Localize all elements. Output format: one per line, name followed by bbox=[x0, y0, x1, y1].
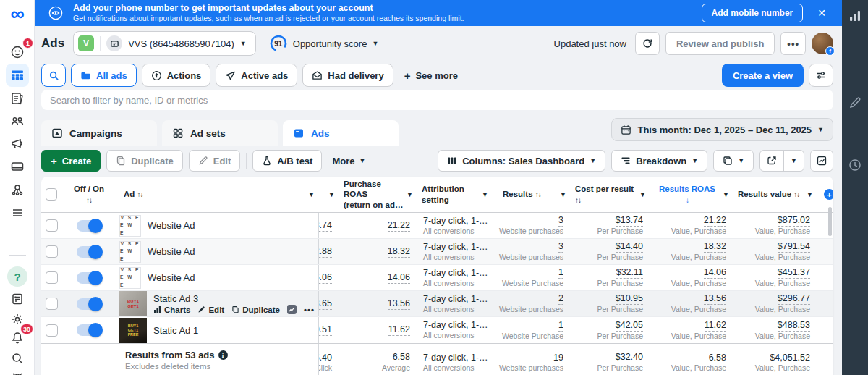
flask-icon bbox=[262, 156, 272, 166]
chevron-down-icon: ▼ bbox=[359, 157, 366, 164]
more-button[interactable]: More ▼ bbox=[328, 156, 370, 167]
charts-panel-button[interactable] bbox=[810, 150, 833, 172]
ad-name-link[interactable]: Static Ad 3 bbox=[153, 293, 315, 304]
date-range-picker[interactable]: This month: Dec 1, 2025 – Dec 11, 2025 ▼ bbox=[611, 118, 833, 141]
select-all-checkbox-cell[interactable] bbox=[41, 177, 61, 212]
chevron-down-icon: ▼ bbox=[240, 40, 247, 47]
updated-status: Updated just now bbox=[554, 38, 626, 49]
tab-ad-sets[interactable]: Ad sets bbox=[162, 120, 278, 146]
row-checkbox[interactable] bbox=[46, 219, 58, 232]
filter-search-button[interactable] bbox=[41, 64, 66, 87]
metric-clipped-total: 5.40 bbox=[319, 353, 332, 363]
row-more-actions[interactable]: ••• bbox=[304, 306, 315, 314]
reports-button[interactable]: ▼ bbox=[713, 150, 754, 172]
create-button[interactable]: + Create bbox=[41, 150, 101, 172]
row-checkbox[interactable] bbox=[46, 298, 58, 310]
ad-toggle[interactable] bbox=[77, 246, 102, 258]
ad-name-link[interactable]: Website Ad bbox=[148, 272, 195, 283]
results-total: 19 bbox=[553, 353, 563, 363]
sort-icon: ↑↓ bbox=[793, 190, 799, 198]
sidebar-item-billing[interactable] bbox=[6, 155, 29, 178]
sidebar-item-campaigns[interactable] bbox=[6, 64, 29, 87]
ad-name-link[interactable]: Static Ad 1 bbox=[153, 325, 198, 336]
column-header-ad[interactable]: Ad ↑↓ ▼ bbox=[116, 177, 319, 212]
column-header-attribution[interactable]: Attributionsetting ▼ bbox=[417, 177, 493, 212]
column-header-off-on[interactable]: Off / On↑↓ bbox=[61, 177, 116, 212]
duplicate-action[interactable]: Duplicate bbox=[231, 306, 280, 314]
view-charts-icon[interactable] bbox=[287, 305, 297, 314]
column-header-cost-per-result[interactable]: Cost per result↑↓ ▼ bbox=[571, 177, 650, 212]
add-mobile-number-button[interactable]: Add mobile number bbox=[702, 4, 804, 22]
ad-thumbnail: BUY1GET1 bbox=[119, 291, 147, 316]
sidebar-item-all-tools[interactable] bbox=[6, 201, 29, 224]
account-selector[interactable]: V VVS (864548685907104) ▼ bbox=[73, 31, 256, 56]
filter-had-delivery[interactable]: Had delivery bbox=[302, 64, 393, 87]
ad-name-link[interactable]: Website Ad bbox=[148, 220, 195, 231]
row-checkbox[interactable] bbox=[46, 324, 58, 337]
columns-button[interactable]: Columns: Sales Dashboard ▼ bbox=[438, 150, 605, 172]
page-title: Ads bbox=[41, 36, 64, 51]
rail-edit-button[interactable] bbox=[848, 96, 862, 110]
rail-history-button[interactable] bbox=[848, 158, 862, 172]
trend-chart-icon bbox=[817, 156, 827, 166]
tab-ads[interactable]: Ads bbox=[283, 120, 399, 146]
ab-test-button[interactable]: A/B test bbox=[252, 150, 322, 172]
column-header-clipped[interactable]: ▼ bbox=[319, 177, 339, 212]
column-header-results-roas[interactable]: Results ROAS↓ ▼ bbox=[650, 177, 733, 212]
sidebar-item-advertising-settings[interactable] bbox=[6, 132, 29, 155]
create-a-view-button[interactable]: Create a view bbox=[722, 64, 804, 87]
chevron-down-icon: ▼ bbox=[372, 40, 378, 47]
filter-actions[interactable]: Actions bbox=[142, 64, 211, 87]
audiences-people-icon bbox=[10, 114, 25, 128]
pencil-icon bbox=[197, 306, 205, 313]
edit-action[interactable]: Edit bbox=[197, 306, 224, 314]
info-icon[interactable]: i bbox=[218, 350, 228, 360]
sidebar-item-report-bug[interactable] bbox=[6, 366, 29, 375]
ad-toggle[interactable] bbox=[77, 324, 102, 336]
refresh-button[interactable] bbox=[635, 32, 660, 55]
meta-logo-icon[interactable]: ∞ bbox=[0, 3, 35, 25]
see-more-button[interactable]: + See more bbox=[399, 69, 464, 82]
review-and-publish-button[interactable]: Review and publish bbox=[665, 32, 775, 55]
table-scrollbar[interactable] bbox=[828, 207, 832, 236]
charts-action[interactable]: Charts bbox=[153, 306, 190, 314]
row-checkbox[interactable] bbox=[46, 271, 58, 284]
ad-thumbnail: V S EE W E bbox=[119, 267, 141, 289]
opportunity-score-label: Opportunity score bbox=[293, 38, 367, 49]
ad-name-link[interactable]: Website Ad bbox=[148, 246, 195, 257]
breakdown-button[interactable]: Breakdown ▼ bbox=[611, 150, 707, 172]
filter-all-ads[interactable]: All ads bbox=[71, 64, 137, 87]
sidebar-item-events-manager[interactable] bbox=[6, 178, 29, 201]
column-header-purchase-roas[interactable]: Purchase ROAS(return on ad… ▼ bbox=[339, 177, 417, 212]
export-button[interactable] bbox=[760, 151, 783, 171]
sidebar-item-audiences[interactable] bbox=[6, 109, 29, 132]
duplicate-button[interactable]: Duplicate bbox=[106, 150, 183, 172]
metric-clipped: 3.74 bbox=[319, 220, 332, 232]
row-checkbox[interactable] bbox=[46, 245, 58, 258]
edit-button[interactable]: Edit bbox=[189, 150, 241, 172]
right-rail bbox=[842, 0, 868, 375]
sidebar-item-help[interactable]: ? bbox=[6, 265, 29, 288]
ad-toggle[interactable] bbox=[77, 220, 102, 232]
purchase-roas-value: 14.06 bbox=[388, 272, 410, 284]
ad-toggle[interactable] bbox=[77, 272, 102, 284]
sidebar-item-home[interactable]: 1 bbox=[6, 41, 29, 64]
filter-active-ads[interactable]: Active ads bbox=[216, 64, 297, 87]
tab-campaigns[interactable]: Campaigns bbox=[41, 120, 157, 146]
opportunity-score[interactable]: 91 Opportunity score ▼ bbox=[269, 34, 379, 53]
more-options-button[interactable]: ••• bbox=[780, 32, 806, 55]
export-options-button[interactable]: ▼ bbox=[783, 151, 804, 171]
column-header-results-value[interactable]: Results value ↑↓ ▼ bbox=[733, 177, 817, 212]
opportunity-score-value: 91 bbox=[269, 34, 288, 53]
search-input[interactable] bbox=[41, 90, 833, 110]
banner-close-icon[interactable]: ✕ bbox=[817, 7, 826, 19]
paper-plane-icon bbox=[225, 70, 236, 81]
column-header-results[interactable]: Results ↑↓ ▼ bbox=[493, 177, 571, 212]
columns-icon bbox=[447, 156, 457, 166]
sidebar-item-ads-reporting[interactable] bbox=[6, 87, 29, 110]
profile-avatar[interactable]: f bbox=[812, 33, 833, 54]
view-settings-button[interactable] bbox=[809, 64, 833, 87]
tab-label: Ads bbox=[311, 128, 330, 139]
ad-toggle[interactable] bbox=[77, 298, 102, 310]
rail-insights-button[interactable] bbox=[848, 9, 862, 23]
